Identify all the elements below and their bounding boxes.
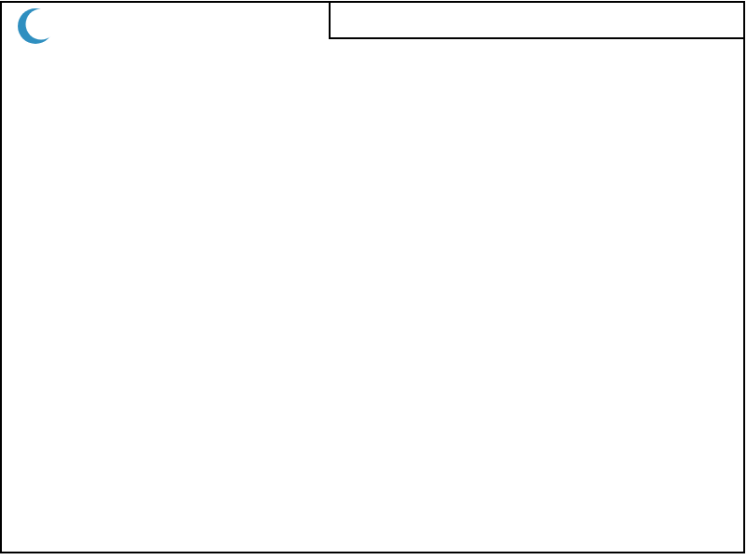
legend-positive [619, 366, 627, 380]
showskymap-page [0, 0, 747, 560]
legend-negative [619, 478, 627, 492]
doppler-colorbar [552, 318, 571, 539]
logo-crescent-icon [9, 3, 60, 46]
lowell-digisonde-logo [9, 3, 131, 46]
skymap-plot [0, 0, 747, 560]
